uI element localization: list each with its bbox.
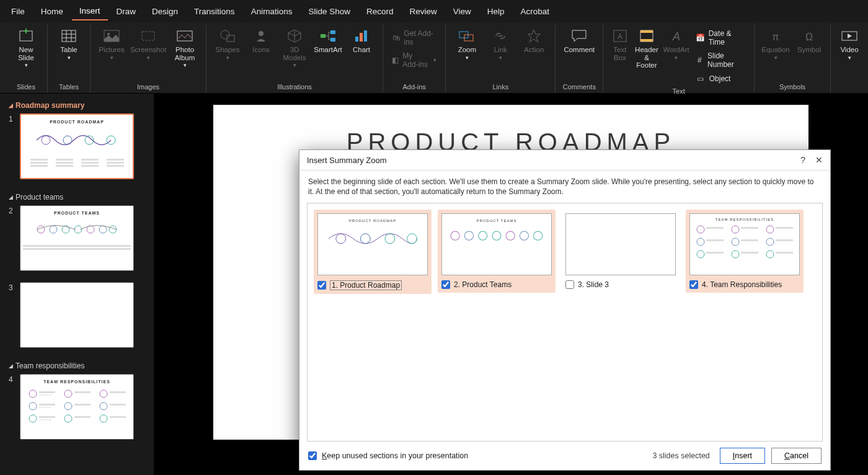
action-button[interactable]: Action xyxy=(518,26,550,54)
slide-thumbnail-panel[interactable]: ◢Roadmap summary 1 PRODUCT ROADMAP ◢Prod… xyxy=(0,94,154,475)
chart-button[interactable]: Chart xyxy=(345,26,378,54)
pictures-button[interactable]: Pictures ▾ xyxy=(95,26,128,61)
dialog-title: Insert Summary Zoom xyxy=(307,156,387,165)
video-button[interactable]: Video ▾ xyxy=(836,26,863,61)
section-header-roadmap[interactable]: ◢Roadmap summary xyxy=(9,99,150,113)
chevron-down-icon: ▾ xyxy=(184,62,187,68)
section-name: Team responsibilities xyxy=(16,362,84,370)
slide-thumbnail-4[interactable]: TEAM RESPONSIBILITIES xyxy=(20,374,134,440)
my-addins-button[interactable]: ◧My Add-ins▾ xyxy=(388,50,440,71)
object-button[interactable]: ▭Object xyxy=(692,72,749,86)
smartart-button[interactable]: SmartArt xyxy=(312,26,344,54)
link-button[interactable]: Link ▾ xyxy=(484,26,516,61)
text-box-button[interactable]: A Text Box xyxy=(608,26,631,61)
zoom-card-3[interactable]: 3. Slide 3 xyxy=(562,210,680,293)
tab-animations[interactable]: Animations xyxy=(244,3,300,20)
tab-help[interactable]: Help xyxy=(480,3,512,20)
comment-button[interactable]: Comment xyxy=(560,26,598,54)
screenshot-button[interactable]: Screenshot ▾ xyxy=(129,26,167,61)
group-addins: 🛍Get Add-ins ◧My Add-ins▾ Add-ins xyxy=(383,25,446,93)
section-header-responsibilities[interactable]: ◢Team responsibilities xyxy=(9,359,150,374)
tab-slideshow[interactable]: Slide Show xyxy=(301,3,358,20)
get-addins-button[interactable]: 🛍Get Add-ins xyxy=(388,27,440,48)
wordart-button[interactable]: A WordArt ▾ xyxy=(662,26,691,61)
svg-point-73 xyxy=(520,231,528,240)
tab-design[interactable]: Design xyxy=(144,3,185,20)
insert-button[interactable]: Insert xyxy=(720,448,765,464)
group-label-links: Links xyxy=(492,81,508,93)
photo-album-icon xyxy=(176,27,193,45)
symbol-button[interactable]: Ω Symbol xyxy=(793,26,825,54)
svg-point-75 xyxy=(697,226,704,233)
tab-view[interactable]: View xyxy=(446,3,479,20)
thumb-row-1: 1 PRODUCT ROADMAP xyxy=(9,113,150,179)
new-slide-button[interactable]: New Slide ▾ xyxy=(10,26,42,68)
addin-icon: ◧ xyxy=(392,55,399,65)
zoom-card-4[interactable]: TEAM RESPONSIBILITIES 4. Team Responsibi… xyxy=(686,210,804,293)
chevron-down-icon: ▾ xyxy=(466,55,469,61)
header-footer-button[interactable]: Header & Footer xyxy=(632,26,661,69)
thumb-title: PRODUCT ROADMAP xyxy=(21,115,133,124)
date-time-button[interactable]: 📅Date & Time xyxy=(692,27,749,48)
video-icon xyxy=(841,27,858,45)
thumb-number: 2 xyxy=(9,205,15,215)
thumb-row-3: 3 xyxy=(9,282,150,348)
svg-point-43 xyxy=(29,390,37,397)
svg-point-87 xyxy=(766,226,774,233)
svg-point-76 xyxy=(697,238,704,246)
svg-point-37 xyxy=(50,226,57,233)
svg-rect-62 xyxy=(110,404,126,406)
close-button[interactable]: ✕ xyxy=(815,155,823,165)
tab-draw[interactable]: Draw xyxy=(109,3,144,20)
cancel-button[interactable]: Cancel xyxy=(771,448,822,464)
section-header-teams[interactable]: ◢Product teams xyxy=(9,190,150,205)
svg-point-9 xyxy=(107,33,110,35)
pictures-label: Pictures xyxy=(99,46,125,54)
keep-unused-label: KKeep unused sections in your presentati… xyxy=(322,451,468,460)
zoom-checkbox-1[interactable] xyxy=(317,281,326,290)
chevron-down-icon: ▾ xyxy=(293,62,296,68)
icons-button[interactable]: Icons xyxy=(245,26,277,54)
zoom-checkbox-4[interactable] xyxy=(689,280,698,289)
zoom-button[interactable]: Zoom ▾ xyxy=(451,26,483,61)
tab-home[interactable]: Home xyxy=(33,3,71,20)
3d-models-label: 3D Models xyxy=(280,46,309,61)
keep-unused-checkbox[interactable] xyxy=(308,451,317,460)
tab-transitions[interactable]: Transitions xyxy=(187,3,242,20)
tab-record[interactable]: Record xyxy=(359,3,401,20)
tab-review[interactable]: Review xyxy=(402,3,445,20)
thumb-title: PRODUCT TEAMS xyxy=(20,206,133,215)
slide-number-label: Slide Number xyxy=(707,51,745,69)
icons-icon xyxy=(252,27,270,45)
table-button[interactable]: Table ▾ xyxy=(53,26,85,61)
zoom-thumb-2: PRODUCT TEAMS xyxy=(441,213,552,275)
slide-thumbnail-1[interactable]: PRODUCT ROADMAP xyxy=(20,113,134,179)
svg-point-88 xyxy=(766,238,774,246)
svg-point-14 xyxy=(259,31,264,36)
link-label: Link xyxy=(494,46,507,54)
chevron-down-icon: ▾ xyxy=(499,55,502,61)
text-box-label: Text Box xyxy=(609,46,630,61)
slide-thumbnail-2[interactable]: PRODUCT TEAMS xyxy=(20,205,134,271)
tab-file[interactable]: File xyxy=(4,3,32,20)
tab-acrobat[interactable]: Acrobat xyxy=(513,3,557,20)
equation-button[interactable]: π Equation ▾ xyxy=(760,26,792,61)
slide-number-button[interactable]: #Slide Number xyxy=(692,50,749,71)
zoom-checkbox-2[interactable] xyxy=(441,280,450,289)
icons-label: Icons xyxy=(252,46,270,54)
insert-summary-zoom-dialog: Insert Summary Zoom ? ✕ Select the begin… xyxy=(299,149,831,471)
3d-models-button[interactable]: 3D Models ▾ xyxy=(278,26,311,68)
slide-thumbnail-3[interactable] xyxy=(20,282,134,348)
svg-rect-26 xyxy=(640,30,653,33)
zoom-card-2[interactable]: PRODUCT TEAMS 2. Product Teams xyxy=(438,210,556,293)
photo-album-button[interactable]: Photo Album ▾ xyxy=(169,26,201,68)
zoom-checkbox-3[interactable] xyxy=(565,280,574,289)
tab-insert[interactable]: Insert xyxy=(72,2,108,20)
zoom-card-1[interactable]: PRODUCT ROADMAP 1. Product Roadmap xyxy=(314,210,432,294)
help-button[interactable]: ? xyxy=(800,155,805,165)
header-footer-label: Header & Footer xyxy=(634,46,660,69)
svg-rect-90 xyxy=(776,227,793,229)
svg-rect-92 xyxy=(776,252,793,254)
shapes-button[interactable]: Shapes ▾ xyxy=(211,26,244,61)
svg-rect-51 xyxy=(39,419,51,420)
